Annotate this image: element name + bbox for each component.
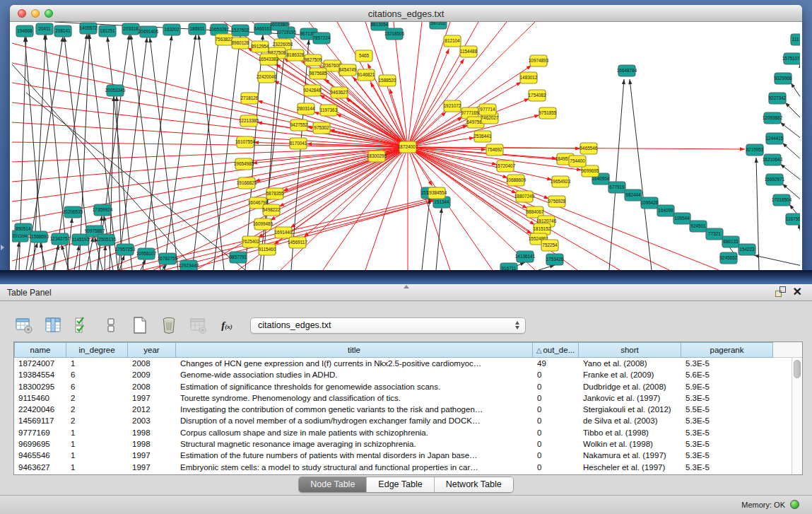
table-row[interactable]: 911546021997Tourette syndrome. Phenomeno… (14, 392, 802, 404)
graph-node-label: 16033809 (270, 22, 290, 27)
window-titlebar[interactable]: citations_edges.txt (10, 5, 802, 22)
graph-node-label: 203318 (123, 26, 139, 31)
table-cell: 5.3E-5 (681, 462, 773, 473)
graph-node-label: 9463627 (331, 90, 348, 95)
graph-node-label: 5498222 (263, 207, 281, 212)
table-row[interactable]: 969969511998Structural magnetic resonanc… (14, 438, 802, 450)
graph-node-label: 14569117 (288, 240, 307, 245)
table-row[interactable]: 946554611997Estimation of the future num… (14, 450, 802, 461)
table-cell: 0 (533, 415, 579, 426)
table-select-dropdown[interactable]: citations_edges.txt (250, 317, 526, 334)
table-cell: 0 (533, 392, 579, 404)
graph-node-label: 677919 (609, 185, 625, 189)
graph-node-label: 2718126 (241, 95, 259, 100)
table-cell: Franke et al. (2009) (579, 369, 681, 380)
new-table-icon[interactable] (130, 315, 150, 335)
delete-table-icon[interactable] (159, 315, 179, 335)
row-select-icon[interactable] (72, 315, 92, 335)
table-row[interactable]: 946362711997Embryonic stem cells: a mode… (14, 462, 802, 473)
panel-splitter-handle-icon[interactable] (404, 285, 409, 288)
graph-node-label: 23226058 (273, 42, 293, 47)
graph-node-label: 1197363 (320, 107, 338, 112)
tab-network-table[interactable]: Network Table (434, 477, 513, 492)
column-header-out_de[interactable]: △out_de... (533, 342, 579, 358)
table-panel-header[interactable]: Table Panel ✕ (0, 284, 812, 301)
vertical-scrollbar[interactable] (792, 358, 802, 474)
table-row[interactable]: 1938455462009Genome-wide association stu… (14, 369, 802, 380)
function-builder-icon[interactable]: f(x) (217, 315, 237, 335)
table-row[interactable]: 2242004622012Investigating the contribut… (14, 404, 802, 415)
graph-node-label: 1691440 (275, 230, 293, 235)
graph-node-label: 10688609 (506, 177, 526, 182)
graph-node-label: 16210643 (763, 157, 783, 162)
graph-node-label: 17359924 (93, 207, 113, 212)
table-row[interactable]: 977716911998Corpus callosum shape and si… (14, 427, 802, 438)
table-cell: Wolkin et al. (1998) (579, 438, 681, 450)
column-header-pagerank[interactable]: pagerank (681, 342, 773, 358)
table-settings-icon[interactable] (14, 315, 34, 335)
graph-node-label: 19654923 (551, 179, 571, 184)
float-panel-icon[interactable] (775, 286, 786, 297)
graph-node-label: 8170041 (290, 141, 307, 146)
graph-node-label: 15751074 (782, 56, 800, 61)
graph-node-label: 20411 (38, 26, 51, 31)
graph-node-label: 754400 (570, 158, 585, 163)
table-cell: Changes of HCN gene expression and I(f) … (176, 358, 533, 369)
tab-node-table[interactable]: Node Table (299, 477, 366, 492)
table-cell: 6 (66, 369, 128, 380)
table-cell: 1 (66, 438, 128, 450)
table-row[interactable]: 1872400712008Changes of HCN gene express… (14, 358, 802, 369)
graph-node-label: 9777169 (461, 110, 479, 115)
stack-icon[interactable] (101, 315, 121, 335)
network-view-window[interactable]: citations_edges.txt 18724007194666204112… (10, 5, 802, 270)
graph-node-label: 20206535 (63, 209, 83, 214)
column-header-title[interactable]: title (176, 342, 533, 358)
graph-node-label: 20053346 (105, 88, 126, 93)
table-cell: Nakamura et al. (1997) (579, 450, 681, 461)
graph-node-label: 12213385 (239, 118, 259, 123)
close-panel-icon[interactable]: ✕ (793, 286, 802, 297)
table-cell: 5.3E-5 (681, 415, 773, 426)
table-cell: 1998 (128, 427, 176, 438)
graph-node-label: 982444 (625, 192, 641, 197)
graph-node-label: 924501 (690, 223, 706, 228)
table-cell: 1997 (128, 462, 176, 473)
graph-node-label: 1095428 (641, 200, 659, 205)
graph-node-label: 90975887 (85, 228, 105, 233)
graph-node-label: 9756928 (548, 199, 566, 204)
graph-node-label: 8186328 (287, 52, 305, 57)
table-cell: 22420046 (14, 404, 66, 415)
table-cell: 2 (66, 404, 128, 415)
column-header-name[interactable]: name (14, 342, 66, 358)
column-header-year[interactable]: year (128, 342, 176, 358)
dropdown-stepper-icon (515, 321, 519, 329)
column-header-in_degree[interactable]: in_degree (66, 342, 128, 358)
table-cell: 0 (533, 450, 579, 461)
node-table[interactable]: namein_degreeyeartitle△out_de...shortpag… (13, 341, 803, 475)
graph-node-label: 12093882 (763, 115, 783, 120)
graph-node-label: 19654985 (234, 161, 254, 166)
graph-node-label: 194666 (17, 28, 33, 33)
table-cell: 2008 (128, 381, 176, 392)
table-row[interactable]: 1456911722003Disruption of a novel membe… (14, 415, 802, 426)
table-cell: Genome-wide association studies in ADHD. (176, 369, 533, 380)
network-graph-canvas[interactable]: 1872400719466620411208141140557218125120… (12, 22, 800, 270)
scrollbar-thumb[interactable] (794, 360, 801, 378)
tab-edge-table[interactable]: Edge Table (366, 477, 433, 492)
column-header-short[interactable]: short (579, 342, 681, 358)
table-cell: Investigating the contribution of common… (176, 404, 533, 415)
table-row[interactable]: 1830029562008Estimation of significance … (14, 381, 802, 392)
graph-node-label: 7563822 (216, 37, 233, 42)
graph-node-label: 9699695 (582, 168, 599, 173)
column-visibility-icon[interactable] (43, 315, 63, 335)
table-cell: Stergiakouli et al. (2012) (579, 404, 681, 415)
graph-node-label: 7857224 (313, 35, 331, 40)
graph-node-label: 8960128 (232, 40, 249, 45)
table-cell: 9115460 (14, 392, 66, 404)
graph-node-label: 9857791 (230, 255, 247, 259)
graph-node-label: 850514 (16, 226, 31, 231)
left-splitter-collapse-icon[interactable] (1, 245, 4, 250)
table-cell: 2003 (128, 415, 176, 426)
graph-node-label: 2536441 (474, 134, 492, 139)
graph-node-label: 181251 (100, 28, 115, 33)
